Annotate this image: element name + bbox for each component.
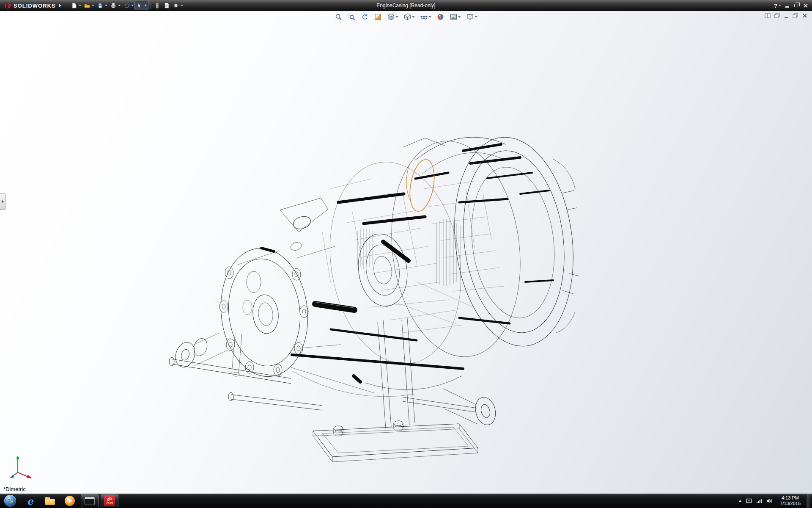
- clock-time: 4:13 PM: [780, 495, 801, 501]
- zoom-to-fit-button[interactable]: [334, 12, 344, 22]
- tray-expand-icon[interactable]: [738, 500, 742, 502]
- taskbar-item-command-prompt[interactable]: [81, 494, 99, 507]
- select-button[interactable]: [135, 1, 148, 10]
- zoom-to-fit-icon: [335, 13, 343, 21]
- taskbar: e 2015: [0, 494, 812, 508]
- solidworks-icon: 2015: [104, 495, 115, 506]
- open-icon: [84, 2, 91, 9]
- section-view-icon: [374, 13, 382, 21]
- cmd-icon: [85, 497, 95, 505]
- select-dropdown-icon[interactable]: [144, 5, 147, 6]
- options-icon: [173, 2, 179, 9]
- new-icon: [71, 2, 77, 9]
- app-name: SOLIDWORKS: [14, 3, 56, 9]
- solidworks-logo-icon: [3, 2, 11, 9]
- edit-appearance-button[interactable]: [436, 12, 446, 22]
- undo-icon: [123, 2, 130, 9]
- start-button[interactable]: [1, 494, 19, 508]
- help-label: ?: [774, 3, 777, 9]
- taskbar-clock[interactable]: 4:13 PM 7/13/2015: [776, 495, 804, 506]
- options-button[interactable]: [171, 1, 184, 10]
- select-icon: [136, 2, 143, 9]
- edit-appearance-icon: [437, 13, 444, 21]
- document-title: EngineCasing [Read-only]: [376, 3, 435, 8]
- view-orientation-label: *Dimetric: [3, 486, 26, 492]
- media-player-icon: [65, 496, 75, 506]
- file-properties-icon: [163, 2, 170, 9]
- print-icon: [110, 2, 117, 9]
- reference-triad: [5, 453, 39, 483]
- new-button[interactable]: [69, 1, 82, 10]
- rebuild-button[interactable]: [153, 1, 162, 10]
- save-icon: [97, 2, 104, 9]
- display-style-dropdown-icon[interactable]: [412, 16, 415, 18]
- previous-view-button[interactable]: [360, 12, 370, 22]
- view-settings-icon: [466, 13, 474, 21]
- print-dropdown-icon[interactable]: [118, 5, 121, 6]
- wireframe-model[interactable]: [0, 11, 812, 494]
- featuremanager-collapsed-tab[interactable]: [0, 193, 5, 210]
- ie-icon: e: [27, 496, 33, 506]
- open-button[interactable]: [82, 1, 96, 10]
- hide-show-items-icon: [420, 13, 428, 21]
- view-orientation-icon: [387, 13, 395, 21]
- menu-expand-icon[interactable]: [59, 4, 61, 7]
- separator: [67, 2, 67, 9]
- hide-show-items-button[interactable]: [419, 12, 433, 22]
- undo-dropdown-icon[interactable]: [131, 5, 134, 6]
- titlebar: SOLIDWORKS: [0, 0, 812, 11]
- play-icon: [69, 498, 72, 503]
- clock-date: 7/13/2015: [780, 501, 801, 506]
- solidworks-version-badge: 2015: [106, 502, 113, 505]
- explorer-folder-icon: [45, 499, 55, 505]
- solidworks-logo: SOLIDWORKS: [3, 2, 56, 9]
- taskbar-item-solidworks[interactable]: 2015: [101, 494, 118, 507]
- display-style-icon: [404, 13, 411, 21]
- taskbar-item-internet-explorer[interactable]: e: [21, 494, 39, 507]
- split-view-icon[interactable]: [765, 13, 771, 18]
- taskbar-item-media-player[interactable]: [61, 494, 79, 507]
- start-icon: [4, 495, 16, 507]
- help-dropdown-icon[interactable]: [779, 5, 781, 6]
- previous-view-icon: [361, 13, 369, 21]
- restore-doc-icon[interactable]: [793, 13, 798, 18]
- view-orientation-dropdown-icon[interactable]: [396, 16, 398, 18]
- rebuild-icon: [154, 2, 161, 9]
- windows-flag-icon: [7, 498, 14, 504]
- zoom-to-area-button[interactable]: [347, 12, 357, 22]
- cascade-icon[interactable]: [774, 13, 780, 18]
- show-desktop-button[interactable]: [806, 494, 811, 508]
- close-doc-icon[interactable]: [802, 13, 808, 18]
- display-style-button[interactable]: [403, 12, 416, 22]
- restore-window-icon[interactable]: [794, 4, 798, 7]
- taskbar-item-explorer[interactable]: [41, 494, 59, 507]
- save-button[interactable]: [96, 1, 109, 10]
- view-settings-dropdown-icon[interactable]: [475, 16, 477, 18]
- hide-show-items-dropdown-icon[interactable]: [429, 16, 431, 18]
- graphics-viewport[interactable]: *Dimetric: [0, 11, 812, 494]
- separator: [150, 2, 151, 9]
- volume-icon[interactable]: [766, 498, 773, 503]
- view-orientation-button[interactable]: [386, 12, 400, 22]
- minimize-window-icon[interactable]: [785, 6, 789, 8]
- save-dropdown-icon[interactable]: [105, 5, 107, 6]
- apply-scene-button[interactable]: [449, 12, 462, 22]
- open-dropdown-icon[interactable]: [92, 5, 94, 6]
- headsup-view-toolbar: [334, 12, 479, 22]
- section-view-button[interactable]: [373, 12, 383, 22]
- apply-scene-dropdown-icon[interactable]: [458, 16, 461, 18]
- new-dropdown-icon[interactable]: [79, 5, 81, 6]
- options-dropdown-icon[interactable]: [181, 5, 183, 6]
- undo-button[interactable]: [122, 1, 135, 10]
- close-window-icon[interactable]: [803, 3, 808, 8]
- minimize-doc-icon[interactable]: [783, 13, 789, 18]
- solidworks-glyph-icon: [107, 497, 112, 501]
- file-properties-button[interactable]: [162, 1, 171, 10]
- tray-app-icon[interactable]: [746, 498, 752, 503]
- print-button[interactable]: [109, 1, 122, 10]
- help-button[interactable]: ?: [774, 3, 781, 9]
- system-tray: [737, 498, 774, 503]
- network-icon[interactable]: [756, 498, 762, 503]
- view-settings-button[interactable]: [465, 12, 479, 22]
- chevron-right-icon: [2, 200, 4, 203]
